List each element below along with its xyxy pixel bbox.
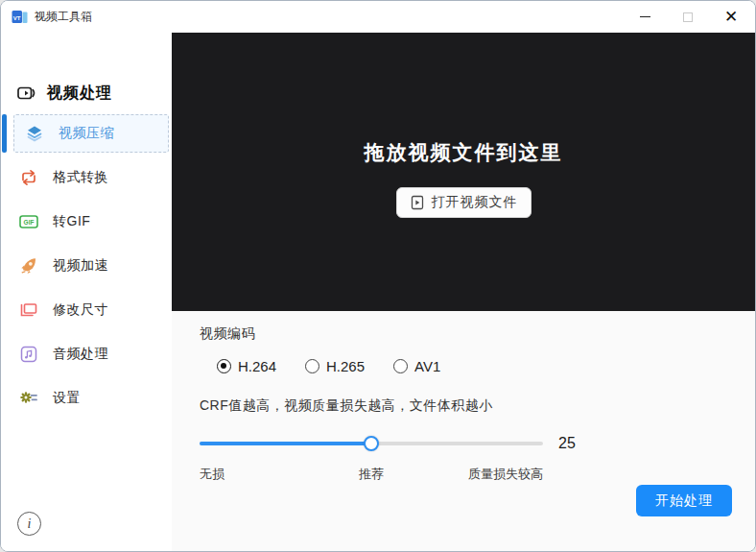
minimize-button[interactable] xyxy=(630,4,659,31)
radio-av1[interactable]: AV1 xyxy=(393,358,440,374)
sidebar-header: 视频处理 xyxy=(16,83,172,104)
svg-text:GIF: GIF xyxy=(24,219,35,226)
open-video-file-button[interactable]: 打开视频文件 xyxy=(396,187,532,218)
crf-label-recommended: 推荐 xyxy=(359,466,384,483)
minimize-icon xyxy=(640,16,650,17)
sidebar-item-video-compress[interactable]: 视频压缩 xyxy=(13,114,169,153)
resize-icon xyxy=(18,300,39,321)
crf-slider-row: 25 xyxy=(200,435,755,452)
close-icon: ✕ xyxy=(724,9,738,25)
sidebar-item-audio-process[interactable]: 音频处理 xyxy=(1,332,172,376)
compression-settings: 视频编码 H.264 H.265 AV1 CRF值越高，视频质 xyxy=(172,311,755,552)
sidebar-item-label: 视频压缩 xyxy=(59,125,114,142)
video-camera-icon xyxy=(16,83,37,104)
file-play-icon xyxy=(410,195,425,210)
radio-h265[interactable]: H.265 xyxy=(305,358,365,374)
sidebar-item-resize[interactable]: 修改尺寸 xyxy=(1,288,172,332)
radio-circle xyxy=(305,359,319,373)
info-icon: i xyxy=(28,516,32,532)
sidebar: 视频处理 视频压缩 xyxy=(1,33,172,552)
sidebar-item-settings[interactable]: 设置 xyxy=(1,376,172,420)
music-note-icon xyxy=(18,344,39,365)
selected-accent-bar xyxy=(2,114,7,153)
maximize-icon xyxy=(683,12,693,22)
radio-label: H.264 xyxy=(238,358,276,374)
title-bar: VT 视频工具箱 ✕ xyxy=(1,1,755,33)
radio-h264[interactable]: H.264 xyxy=(217,358,276,374)
video-dropzone[interactable]: 拖放视频文件到这里 打开视频文件 xyxy=(172,33,755,311)
app-logo-icon: VT xyxy=(12,9,28,25)
crf-label-lossless: 无损 xyxy=(200,466,224,483)
gear-icon xyxy=(18,388,39,409)
crf-slider[interactable] xyxy=(200,436,543,451)
sidebar-nav: 视频压缩 格式转换 xyxy=(1,114,172,420)
window-controls: ✕ xyxy=(616,1,745,33)
radio-circle xyxy=(217,359,231,373)
close-button[interactable]: ✕ xyxy=(717,4,745,31)
sidebar-item-to-gif[interactable]: GIF 转GIF xyxy=(1,200,172,244)
window-title: 视频工具箱 xyxy=(35,9,92,25)
slider-fill xyxy=(200,442,371,445)
radio-label: H.265 xyxy=(326,358,365,374)
dropzone-title: 拖放视频文件到这里 xyxy=(365,139,563,166)
rocket-icon xyxy=(18,255,39,276)
sidebar-item-label: 视频加速 xyxy=(53,257,108,275)
encoding-options: H.264 H.265 AV1 xyxy=(217,358,755,374)
crf-scale-labels: 无损 推荐 质量损失较高 xyxy=(200,466,543,483)
sidebar-item-label: 转GIF xyxy=(53,213,90,230)
sidebar-header-label: 视频处理 xyxy=(47,84,112,104)
sidebar-item-label: 设置 xyxy=(53,390,81,407)
layers-icon xyxy=(24,123,45,144)
app-window: VT 视频工具箱 ✕ 视频处理 xyxy=(0,0,756,552)
sidebar-item-format-convert[interactable]: 格式转换 xyxy=(1,156,172,200)
sidebar-item-label: 修改尺寸 xyxy=(53,301,108,319)
svg-text:VT: VT xyxy=(13,15,21,21)
sidebar-item-label: 音频处理 xyxy=(53,346,108,363)
main-panel: 拖放视频文件到这里 打开视频文件 视频编码 H.264 xyxy=(172,33,755,552)
open-video-file-label: 打开视频文件 xyxy=(432,194,518,211)
gif-badge-icon: GIF xyxy=(18,211,39,232)
maximize-button[interactable] xyxy=(673,4,702,31)
swap-cycle-icon xyxy=(18,167,39,188)
crf-label-high-loss: 质量损失较高 xyxy=(468,466,543,483)
radio-label: AV1 xyxy=(414,358,440,374)
slider-thumb[interactable] xyxy=(364,436,379,451)
radio-circle xyxy=(393,359,408,373)
sidebar-item-label: 格式转换 xyxy=(53,169,108,186)
crf-value: 25 xyxy=(558,435,576,452)
sidebar-item-video-speedup[interactable]: 视频加速 xyxy=(1,244,172,288)
info-button[interactable]: i xyxy=(17,512,41,536)
crf-description: CRF值越高，视频质量损失越高，文件体积越小 xyxy=(200,397,755,415)
encoding-section-label: 视频编码 xyxy=(200,325,755,343)
start-processing-button[interactable]: 开始处理 xyxy=(636,485,732,516)
